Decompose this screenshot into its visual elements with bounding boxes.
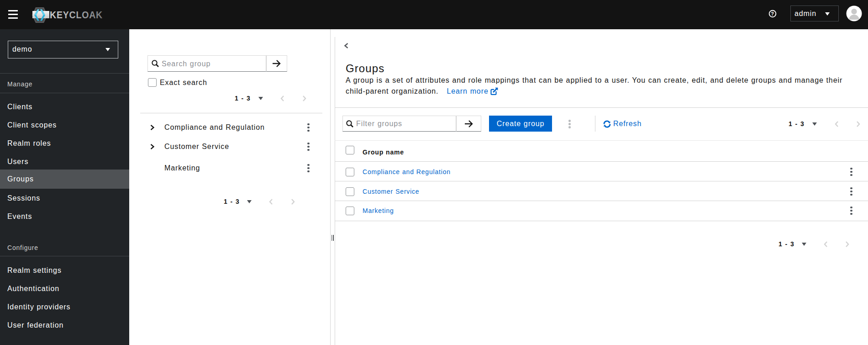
svg-text:?: ? — [771, 11, 774, 16]
svg-text:KEYCLOAK: KEYCLOAK — [50, 9, 103, 21]
